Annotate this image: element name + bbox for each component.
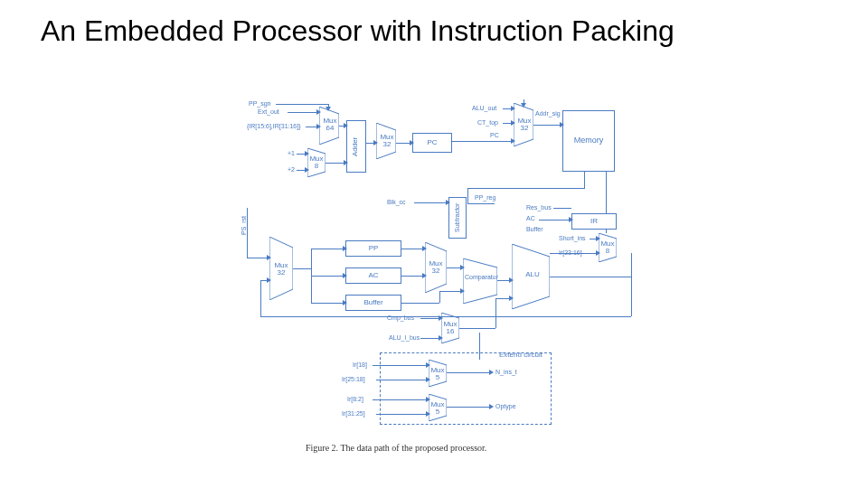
- subtractor-block: Subtractor: [448, 197, 467, 239]
- svg-marker-3: [514, 103, 533, 146]
- mux-32-mid: [425, 242, 447, 293]
- sig-short-ins: Short_ins: [559, 235, 586, 241]
- sig-ct-top: CT_top: [477, 119, 498, 126]
- sig-ir-25-18: Ir[25:18]: [342, 376, 365, 382]
- sig-res-bus: Res_bus: [526, 204, 552, 211]
- comparator-block: [463, 258, 497, 304]
- sig-optype: Optype: [495, 403, 516, 409]
- sig-plus1: +1: [288, 150, 295, 156]
- page-title: An Embedded Processor with Instruction P…: [41, 14, 818, 48]
- sig-pp-reg: PP_reg: [475, 194, 495, 201]
- sig-ir-bits: {IR[15:6],IR[31:16]}: [247, 123, 301, 129]
- sig-plus2: +2: [288, 166, 295, 173]
- buffer-block: Buffer: [345, 295, 401, 311]
- svg-marker-7: [512, 244, 550, 309]
- svg-marker-11: [429, 394, 447, 421]
- sig-alu-out-top: ALU_out: [472, 105, 496, 111]
- sig-blk-cc: Blk_cc: [387, 199, 406, 205]
- mux-5-a: [429, 360, 447, 387]
- mux-32-addr: [514, 103, 533, 146]
- sig-ir-8-2: Ir[8:2]: [347, 396, 363, 402]
- sig-buffer-wire: Buffer: [526, 226, 543, 232]
- sig-ir-31-25: Ir[31:25]: [342, 410, 365, 417]
- sig-n-ins-t: N_ins_t: [495, 369, 517, 375]
- ir-block: IR: [571, 213, 617, 230]
- pp-block: PP: [345, 240, 401, 257]
- mux-64: [319, 107, 339, 145]
- svg-marker-5: [425, 242, 447, 293]
- memory-block: Memory: [562, 110, 615, 172]
- sig-addr-sig: Addr_sig: [535, 110, 561, 117]
- sig-pp-sgn: PP_sgn: [249, 100, 271, 107]
- svg-marker-8: [599, 233, 617, 262]
- figure-caption: Figure 2. The data path of the proposed …: [306, 443, 486, 453]
- ac-block: AC: [345, 267, 401, 284]
- sig-ir-18: Ir[18]: [353, 361, 367, 368]
- svg-marker-10: [429, 360, 447, 387]
- alu-block: [512, 244, 550, 309]
- mux-8-right: [599, 233, 617, 262]
- mux-32-prepc: [376, 123, 396, 159]
- mux-8-incr: [307, 148, 326, 177]
- svg-marker-4: [269, 237, 293, 300]
- svg-marker-1: [307, 148, 326, 177]
- mux-16: [441, 313, 459, 343]
- svg-marker-9: [441, 313, 459, 343]
- svg-marker-6: [463, 258, 497, 304]
- sig-pc-wire: PC: [490, 132, 499, 138]
- svg-marker-2: [376, 123, 396, 159]
- sig-ir-23-16: Ir[23:16]: [559, 249, 582, 256]
- mux-5-b: [429, 394, 447, 421]
- sig-ac-wire: AC: [526, 215, 535, 221]
- sig-alu-l-bus: ALU_l_bus: [389, 334, 420, 341]
- pc-block: PC: [412, 133, 452, 153]
- svg-marker-0: [319, 107, 339, 145]
- sig-ps-rst: PS_rst: [241, 216, 247, 235]
- sig-ext-out: Ext_out: [258, 108, 279, 115]
- adder-block: Adder: [346, 120, 366, 173]
- mux-32-left: [269, 237, 293, 300]
- processor-datapath-diagram: Mux 64 Mux 8 Adder Mux 32 PC Mux 32 Memo…: [244, 99, 651, 434]
